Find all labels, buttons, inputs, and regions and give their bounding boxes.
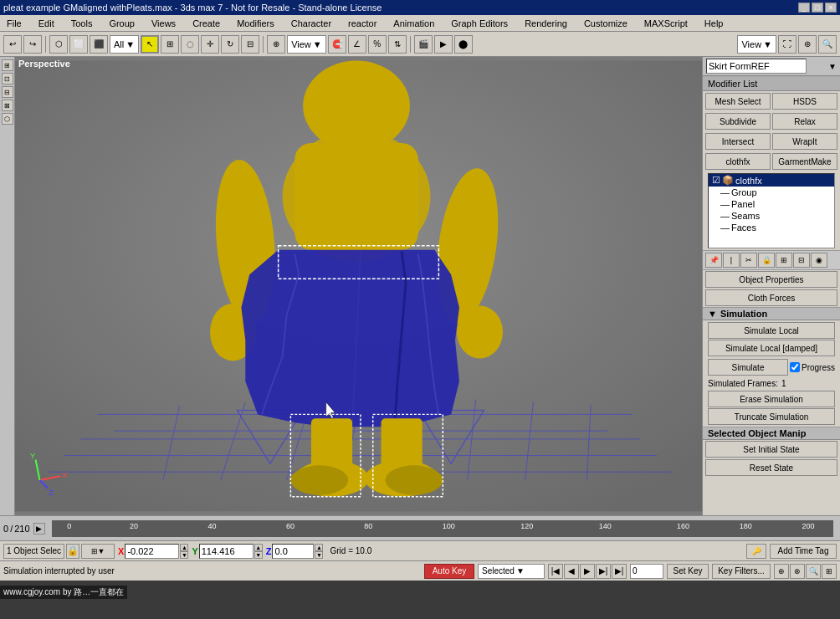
sidebar-icon-5[interactable]: ⬡	[2, 113, 13, 125]
select-region-button[interactable]: ⬜	[69, 35, 88, 54]
menu-customize[interactable]: Customize	[581, 17, 631, 30]
erase-simulation-button[interactable]: Erase Simulation	[708, 391, 835, 407]
auto-key-button[interactable]: Auto Key	[424, 564, 474, 579]
select-region2-button[interactable]: ⬛	[90, 35, 108, 54]
minimize-button[interactable]: _	[798, 3, 810, 13]
view-nav-btn[interactable]: ⛶	[778, 35, 796, 54]
modifier-icon-4[interactable]: ⊞	[776, 253, 792, 268]
pin-icon[interactable]: 📌	[705, 253, 722, 268]
object-name-input[interactable]	[706, 59, 807, 74]
render-scene[interactable]: 🎬	[414, 35, 433, 54]
simulate-local-button[interactable]: Simulate Local	[708, 322, 835, 339]
menu-reactor[interactable]: reactor	[345, 17, 380, 30]
prev-frame-button[interactable]: ◀	[564, 564, 579, 579]
modifier-icon-3[interactable]: 🔒	[758, 253, 775, 268]
add-time-tag-button[interactable]: Add Time Tag	[770, 544, 837, 559]
menu-help[interactable]: Help	[701, 17, 727, 30]
menu-modifiers[interactable]: Modifiers	[233, 17, 278, 30]
tree-item-panel[interactable]: — Panel	[717, 198, 834, 210]
menu-character[interactable]: Character	[288, 17, 335, 30]
next-frame-button[interactable]: ▶|	[596, 564, 611, 579]
lock-icon[interactable]: 🔒	[66, 544, 79, 559]
tree-item-group[interactable]: — Group	[717, 187, 834, 198]
timeline-expand-button[interactable]: ▶	[33, 523, 45, 535]
viewport[interactable]: Perspective	[15, 57, 702, 515]
sidebar-icon-1[interactable]: ⊞	[2, 59, 13, 71]
y-down-arrow[interactable]: ▼	[254, 551, 263, 559]
wrapit-button[interactable]: WrapIt	[772, 133, 837, 150]
select-object-button[interactable]: ⬡	[49, 35, 68, 54]
modifier-icon-5[interactable]: ⊟	[793, 253, 810, 268]
menu-rendering[interactable]: Rendering	[521, 17, 571, 30]
key-filters-button[interactable]: Key Filters...	[712, 564, 771, 579]
z-up-arrow[interactable]: ▲	[315, 544, 323, 551]
garment-maker-button[interactable]: GarmentMake	[772, 153, 837, 170]
modifier-icon-1[interactable]: |	[723, 253, 740, 268]
go-start-button[interactable]: |◀	[548, 564, 563, 579]
progress-checkbox[interactable]	[790, 362, 800, 372]
go-end-button[interactable]: ▶|	[612, 564, 627, 579]
lasso-tool[interactable]: ◌	[181, 35, 199, 54]
close-button[interactable]: ×	[825, 3, 837, 13]
view-dropdown2[interactable]: View ▼	[737, 35, 776, 54]
filter-dropdown[interactable]: All ▼	[110, 35, 139, 54]
key-icon[interactable]: 🔑	[746, 544, 766, 559]
set-key-button[interactable]: Set Key	[667, 564, 709, 579]
tree-item-clothfx[interactable]: ☑ 📦 clothfx	[709, 174, 834, 187]
simulate-button[interactable]: Simulate	[708, 359, 788, 376]
view-dropdown[interactable]: View ▼	[287, 35, 326, 54]
select-tool[interactable]: ↖	[141, 35, 159, 54]
reset-state-button[interactable]: Reset State	[705, 459, 837, 476]
angle-snap[interactable]: ∠	[348, 35, 366, 54]
object-name-arrow[interactable]: ▼	[828, 62, 837, 71]
extra-icon-3[interactable]: 🔍	[806, 564, 821, 579]
x-input[interactable]	[125, 544, 179, 559]
menu-tools[interactable]: Tools	[68, 17, 96, 30]
frame-input[interactable]	[630, 564, 663, 579]
mesh-select-button[interactable]: Mesh Select	[705, 93, 771, 110]
sidebar-icon-3[interactable]: ⊟	[2, 86, 13, 98]
set-initial-state-button[interactable]: Set Initial State	[705, 441, 837, 458]
tree-item-seams[interactable]: — Seams	[717, 210, 834, 222]
tree-item-faces[interactable]: — Faces	[717, 222, 834, 233]
simulate-local-damped-button[interactable]: Simulate Local [damped]	[708, 340, 835, 356]
z-down-arrow[interactable]: ▼	[315, 551, 323, 559]
spinner-snap[interactable]: ⇅	[388, 35, 407, 54]
view-nav-btn2[interactable]: ⊛	[798, 35, 817, 54]
extra-icon-1[interactable]: ⊕	[774, 564, 789, 579]
rotate-tool[interactable]: ↻	[221, 35, 239, 54]
y-input[interactable]	[199, 544, 254, 559]
play-button[interactable]: ▶	[580, 564, 595, 579]
modifier-icon-2[interactable]: ✂	[740, 253, 757, 268]
simulation-section-header[interactable]: ▼ Simulation	[703, 307, 840, 320]
relax-button[interactable]: Relax	[772, 113, 837, 130]
modifier-tree[interactable]: ☑ 📦 clothfx — Group — Panel — Seams —	[708, 173, 835, 248]
timeline-track[interactable]: 0 20 40 60 80 100 120 140 160 180 200	[52, 520, 833, 537]
active-shade[interactable]: ⬤	[454, 35, 473, 54]
hsds-button[interactable]: HSDS	[772, 93, 837, 110]
selected-dropdown[interactable]: Selected ▼	[478, 564, 545, 579]
quick-render[interactable]: ▶	[434, 35, 453, 54]
sidebar-icon-2[interactable]: ⊡	[2, 73, 13, 84]
truncate-simulation-button[interactable]: Truncate Simulation	[708, 408, 835, 425]
redo-button[interactable]: ↪	[23, 35, 42, 54]
scale-tool[interactable]: ⊟	[241, 35, 259, 54]
undo-button[interactable]: ↩	[3, 35, 22, 54]
snap-toggle[interactable]: 🧲	[328, 35, 346, 54]
menu-graph-editors[interactable]: Graph Editors	[448, 17, 511, 30]
menu-edit[interactable]: Edit	[35, 17, 58, 30]
intersect-button[interactable]: Intersect	[705, 133, 771, 150]
subdivide-button[interactable]: Subdivide	[705, 113, 771, 130]
extra-icon-4[interactable]: ⊞	[822, 564, 837, 579]
menu-group[interactable]: Group	[105, 17, 138, 30]
sidebar-icon-4[interactable]: ⊠	[2, 100, 13, 111]
maximize-button[interactable]: □	[812, 3, 823, 13]
modifier-icon-6[interactable]: ◉	[811, 253, 827, 268]
menu-file[interactable]: File	[3, 17, 25, 30]
cloth-forces-button[interactable]: Cloth Forces	[705, 289, 837, 306]
move-tool[interactable]: ✛	[201, 35, 219, 54]
view-nav-btn3[interactable]: 🔍	[818, 35, 837, 54]
ref-system-button[interactable]: ⊕	[267, 35, 285, 54]
clothfx-button[interactable]: clothfx	[705, 153, 771, 170]
menu-views[interactable]: Views	[148, 17, 179, 30]
